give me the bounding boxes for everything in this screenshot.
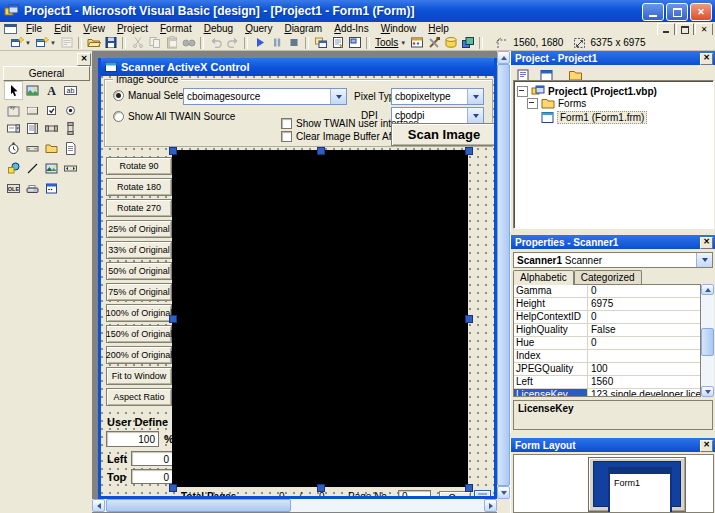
selection-handle[interactable]: [465, 147, 473, 155]
rotate-180-button[interactable]: Rotate 180: [106, 178, 172, 196]
property-row[interactable]: Index: [514, 350, 700, 363]
rotate-90-button[interactable]: Rotate 90: [106, 157, 172, 175]
scan-image-display[interactable]: [172, 150, 468, 487]
start-button[interactable]: [251, 36, 268, 50]
zoom-75-button[interactable]: 75% of Original: [106, 283, 172, 301]
selection-handle[interactable]: [465, 484, 473, 492]
scanner-form-titlebar[interactable]: Scanner ActiveX Control: [101, 58, 494, 76]
zoom-100-button[interactable]: 100% of Original: [106, 304, 172, 322]
scanner-control-tool-icon[interactable]: [24, 180, 41, 197]
add-project-button[interactable]: [8, 36, 25, 50]
copy-button[interactable]: [146, 36, 163, 50]
selection-handle[interactable]: [169, 147, 177, 155]
frame-tool-icon[interactable]: xy: [5, 102, 22, 119]
page-nav-icon[interactable]: [474, 490, 491, 496]
selection-handle[interactable]: [169, 484, 177, 492]
properties-panel-titlebar[interactable]: Properties - Scanner1 ✕: [511, 235, 715, 249]
property-row[interactable]: HelpContextID0: [514, 311, 700, 324]
data-tool-icon[interactable]: [62, 160, 79, 177]
aspect-ratio-button[interactable]: Aspect Ratio: [106, 388, 172, 406]
selection-handle[interactable]: [465, 315, 473, 323]
combo-dropdown-icon[interactable]: [467, 108, 483, 123]
zoom-50-button[interactable]: 50% of Original: [106, 262, 172, 280]
timer-tool-icon[interactable]: [5, 140, 22, 157]
fit-to-window-button[interactable]: Fit to Window: [106, 367, 172, 385]
scroll-right-icon[interactable]: [484, 499, 497, 512]
menu-window[interactable]: Window: [375, 22, 423, 35]
collapse-icon[interactable]: [517, 86, 528, 97]
save-project-button[interactable]: [102, 36, 119, 50]
tree-item-form1[interactable]: Form1 (Form1.frm): [541, 111, 647, 124]
drivelistbox-tool-icon[interactable]: [24, 140, 41, 157]
end-button[interactable]: [285, 36, 302, 50]
property-row[interactable]: Hue0: [514, 337, 700, 350]
selection-handle[interactable]: [169, 315, 177, 323]
properties-panel-close-icon[interactable]: ✕: [700, 237, 713, 249]
property-row[interactable]: Left1560: [514, 376, 700, 389]
object-browser-button[interactable]: [408, 36, 425, 50]
image-source-combobox[interactable]: cboimagesource: [183, 88, 347, 105]
checkbox-tool-icon[interactable]: [43, 102, 60, 119]
tree-item-project[interactable]: Project1 (Project1.vbp): [517, 85, 657, 97]
zoom-200-button[interactable]: 200% of Original: [106, 346, 172, 364]
zoom-25-button[interactable]: 25% of Original: [106, 220, 172, 238]
find-button[interactable]: [180, 36, 197, 50]
user-define-percent-input[interactable]: 100: [106, 431, 159, 447]
toolbox-button[interactable]: [425, 36, 442, 50]
tools-dropdown[interactable]: ▼: [400, 40, 408, 46]
property-row-selected[interactable]: LicenseKey123 single developer license: [514, 389, 700, 397]
menu-diagram[interactable]: Diagram: [278, 22, 328, 35]
menu-file[interactable]: File: [20, 22, 48, 35]
add-form-button[interactable]: [33, 36, 50, 50]
line-tool-icon[interactable]: [24, 160, 41, 177]
show-all-twain-radio[interactable]: Show All TWAIN Source: [113, 111, 235, 122]
scroll-down-icon[interactable]: [497, 486, 510, 499]
menu-help[interactable]: Help: [422, 22, 455, 35]
menu-edit[interactable]: Edit: [48, 22, 77, 35]
property-row[interactable]: HighQualityFalse: [514, 324, 700, 337]
project-panel-titlebar[interactable]: Project - Project1 ✕: [511, 51, 715, 65]
commandbutton-tool-icon[interactable]: [24, 102, 41, 119]
properties-scrollbar[interactable]: [701, 284, 714, 397]
undo-button[interactable]: [207, 36, 224, 50]
tab-categorized[interactable]: Categorized: [574, 270, 642, 284]
tree-item-forms-folder[interactable]: Forms: [527, 98, 586, 109]
form-layout-window-button[interactable]: [346, 36, 363, 50]
toolbox-tab-general[interactable]: General: [3, 66, 90, 81]
mdi-horizontal-scrollbar[interactable]: [92, 499, 497, 512]
menu-view[interactable]: View: [77, 22, 111, 35]
hscroll-thumb[interactable]: [106, 499, 291, 512]
optionbutton-tool-icon[interactable]: [62, 102, 79, 119]
scroll-up-icon[interactable]: [497, 51, 510, 64]
pixel-type-combobox[interactable]: cbopixeltype: [391, 88, 484, 105]
listbox-tool-icon[interactable]: [24, 120, 41, 137]
break-button[interactable]: [268, 36, 285, 50]
property-row[interactable]: Height6975: [514, 298, 700, 311]
component-manager-button[interactable]: [459, 36, 476, 50]
selection-handle[interactable]: [317, 484, 325, 492]
combo-dropdown-icon[interactable]: [467, 89, 483, 104]
open-project-button[interactable]: [85, 36, 102, 50]
form-layout-form1[interactable]: Form1: [608, 467, 672, 513]
project-explorer-button[interactable]: [312, 36, 329, 50]
picturebox-tool-icon[interactable]: [24, 82, 41, 99]
image-tool-icon[interactable]: [43, 160, 60, 177]
vscrollbar-tool-icon[interactable]: [62, 120, 79, 137]
close-button[interactable]: ✕: [690, 3, 712, 21]
textbox-tool-icon[interactable]: ab: [62, 82, 79, 99]
minimize-button[interactable]: [642, 3, 664, 21]
tools-menu-button[interactable]: Tools: [373, 37, 400, 48]
menu-project[interactable]: Project: [111, 22, 154, 35]
paste-button[interactable]: [163, 36, 180, 50]
custom-control-tool-icon[interactable]: [43, 180, 60, 197]
zoom-150-button[interactable]: 150% of Original: [106, 325, 172, 343]
data-view-window-button[interactable]: [442, 36, 459, 50]
scroll-left-icon[interactable]: [92, 499, 105, 512]
scroll-down-icon[interactable]: [701, 386, 714, 397]
form-layout-close-icon[interactable]: ✕: [700, 440, 713, 452]
menu-query[interactable]: Query: [239, 22, 278, 35]
mdi-child-icon[interactable]: [4, 24, 17, 34]
hscrollbar-tool-icon[interactable]: [43, 120, 60, 137]
scroll-up-icon[interactable]: [701, 284, 714, 295]
redo-button[interactable]: [224, 36, 241, 50]
